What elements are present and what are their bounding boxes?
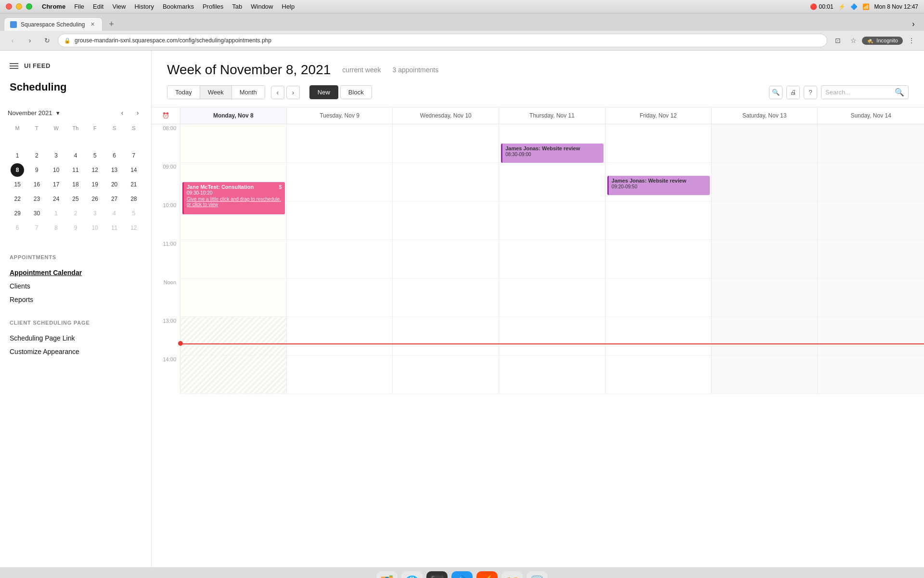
mini-cal-day-4-2[interactable]: 24 xyxy=(50,192,63,206)
print-button[interactable]: 🖨 xyxy=(786,86,800,99)
mini-cal-day-6-2[interactable]: 8 xyxy=(50,221,63,235)
cal-cell-2-5[interactable] xyxy=(712,201,818,240)
prev-week-button[interactable]: ‹ xyxy=(271,86,284,99)
cal-cell-6-0[interactable] xyxy=(180,355,287,394)
mini-cal-day-3-3[interactable]: 18 xyxy=(69,178,82,191)
cal-cell-3-1[interactable] xyxy=(287,240,393,278)
mini-cal-day-1-0[interactable]: 1 xyxy=(11,149,24,162)
cal-cell-2-2[interactable] xyxy=(393,201,499,240)
zoom-button[interactable]: 🔍 xyxy=(769,86,783,99)
cal-cell-6-2[interactable] xyxy=(393,355,499,394)
cast-button[interactable]: ⊡ xyxy=(831,34,845,47)
menu-edit[interactable]: Edit xyxy=(93,3,103,10)
month-selector[interactable]: November 2021 ▾ xyxy=(8,109,60,117)
back-button[interactable]: ‹ xyxy=(6,34,19,47)
cal-cell-5-0[interactable] xyxy=(180,317,287,355)
cal-cell-4-1[interactable] xyxy=(287,278,393,317)
mini-cal-day-1-6[interactable]: 7 xyxy=(127,149,141,162)
mini-cal-day-5-0[interactable]: 29 xyxy=(11,207,24,220)
mini-cal-day-5-6[interactable]: 5 xyxy=(127,207,141,220)
cal-cell-3-3[interactable] xyxy=(499,240,605,278)
cal-cell-4-4[interactable] xyxy=(605,278,712,317)
block-time-button[interactable]: Block xyxy=(340,85,372,99)
cal-cell-0-4[interactable] xyxy=(605,124,712,163)
mini-cal-day-1-4[interactable]: 5 xyxy=(88,149,102,162)
cal-cell-2-6[interactable] xyxy=(818,201,924,240)
mini-cal-day-4-4[interactable]: 26 xyxy=(88,192,102,206)
mini-cal-day-5-1[interactable]: 30 xyxy=(30,207,43,220)
mini-cal-day-5-2[interactable]: 1 xyxy=(50,207,63,220)
menu-profiles[interactable]: Profiles xyxy=(203,3,223,10)
mini-cal-day-1-2[interactable]: 3 xyxy=(50,149,63,162)
cal-cell-1-1[interactable] xyxy=(287,163,393,201)
mini-cal-day-2-4[interactable]: 12 xyxy=(88,163,102,177)
cal-cell-4-2[interactable] xyxy=(393,278,499,317)
mini-cal-day-6-4[interactable]: 10 xyxy=(88,221,102,235)
menu-file[interactable]: File xyxy=(74,3,84,10)
mini-cal-day-3-2[interactable]: 17 xyxy=(50,178,63,191)
mini-cal-day-6-6[interactable]: 12 xyxy=(127,221,141,235)
cal-cell-0-2[interactable] xyxy=(393,124,499,163)
new-appointment-button[interactable]: New xyxy=(309,85,338,99)
mini-cal-day-3-5[interactable]: 20 xyxy=(108,178,121,191)
cal-cell-1-2[interactable] xyxy=(393,163,499,201)
cal-cell-6-4[interactable] xyxy=(605,355,712,394)
cal-cell-2-4[interactable] xyxy=(605,201,712,240)
cal-cell-2-3[interactable] xyxy=(499,201,605,240)
cal-cell-3-2[interactable] xyxy=(393,240,499,278)
bookmark-button[interactable]: ☆ xyxy=(847,34,860,47)
mini-cal-day-5-3[interactable]: 2 xyxy=(69,207,82,220)
dock-zapier[interactable]: ⚡ xyxy=(476,571,498,578)
dock-folder[interactable]: 📁 xyxy=(501,571,523,578)
tab-list-button[interactable]: › xyxy=(907,17,920,31)
cal-cell-3-5[interactable] xyxy=(712,240,818,278)
mini-cal-day-2-6[interactable]: 14 xyxy=(127,163,141,177)
menu-tab[interactable]: Tab xyxy=(232,3,242,10)
event-evt3[interactable]: James Jonas: Website review09:20-09:50 xyxy=(607,176,710,195)
month-view-button[interactable]: Month xyxy=(232,86,265,99)
mini-cal-day-1-1[interactable]: 2 xyxy=(30,149,43,162)
mini-cal-day-1-3[interactable]: 4 xyxy=(69,149,82,162)
menu-view[interactable]: View xyxy=(112,3,126,10)
event-evt2[interactable]: James Jonas: Website review08:30-09:00 xyxy=(501,144,603,163)
cal-cell-5-3[interactable] xyxy=(499,317,605,355)
cal-cell-6-6[interactable] xyxy=(818,355,924,394)
mini-cal-day-3-1[interactable]: 16 xyxy=(30,178,43,191)
today-button[interactable]: Today xyxy=(167,86,200,99)
dock-app1[interactable]: 🔷 xyxy=(451,571,473,578)
menu-history[interactable]: History xyxy=(134,3,154,10)
mini-cal-day-2-0[interactable]: 8 xyxy=(11,163,24,177)
cal-cell-3-0[interactable] xyxy=(180,240,287,278)
event-evt1[interactable]: Jane McTest: Consultation$09:30-10:20Giv… xyxy=(182,182,285,214)
menu-help[interactable]: Help xyxy=(282,3,295,10)
cal-cell-1-5[interactable] xyxy=(712,163,818,201)
mini-cal-day-4-5[interactable]: 27 xyxy=(108,192,121,206)
mini-cal-day-5-4[interactable]: 3 xyxy=(88,207,102,220)
mini-cal-day-4-3[interactable]: 25 xyxy=(69,192,82,206)
cal-cell-4-5[interactable] xyxy=(712,278,818,317)
cal-cell-0-5[interactable] xyxy=(712,124,818,163)
mini-cal-day-2-2[interactable]: 10 xyxy=(50,163,63,177)
app-name[interactable]: Chrome xyxy=(42,3,65,10)
sidebar-nav-item-0-0[interactable]: Appointment Calendar xyxy=(10,266,141,279)
cal-cell-6-1[interactable] xyxy=(287,355,393,394)
mini-cal-day-6-1[interactable]: 7 xyxy=(30,221,43,235)
mini-cal-day-4-0[interactable]: 22 xyxy=(11,192,24,206)
mini-cal-day-3-6[interactable]: 21 xyxy=(127,178,141,191)
close-button[interactable] xyxy=(6,3,12,10)
mini-cal-day-5-5[interactable]: 4 xyxy=(108,207,121,220)
dock-trash[interactable]: 🗑️ xyxy=(526,571,548,578)
url-bar[interactable]: 🔒 grouse-mandarin-sxnl.squarespace.com/c… xyxy=(58,34,827,47)
mini-cal-day-4-1[interactable]: 23 xyxy=(30,192,43,206)
cal-cell-3-6[interactable] xyxy=(818,240,924,278)
forward-button[interactable]: › xyxy=(23,34,37,47)
mini-cal-day-2-3[interactable]: 11 xyxy=(69,163,82,177)
hamburger-menu-button[interactable] xyxy=(10,63,18,69)
dock-finder[interactable]: 🗂️ xyxy=(376,571,398,578)
cal-cell-0-6[interactable] xyxy=(818,124,924,163)
help-button[interactable]: ? xyxy=(804,86,817,99)
menu-bookmarks[interactable]: Bookmarks xyxy=(163,3,194,10)
tab-close-button[interactable]: ✕ xyxy=(89,21,96,28)
mini-cal-day-1-5[interactable]: 6 xyxy=(108,149,121,162)
calendar-grid-container[interactable]: ⏰ Monday, Nov 8 Tuesday, Nov 9 Wednesday… xyxy=(152,107,924,567)
